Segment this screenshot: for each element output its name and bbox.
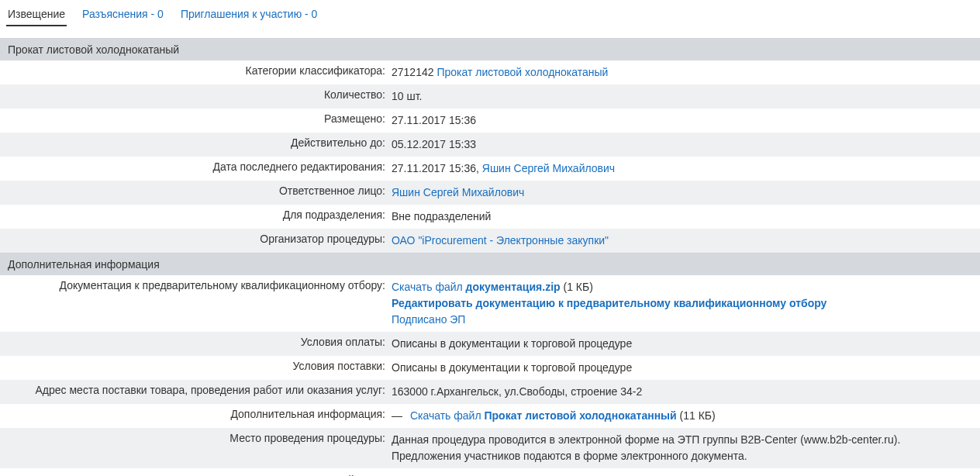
value-quantity: 10 шт.: [392, 88, 972, 105]
label-classifier: Категории классификатора:: [0, 64, 392, 77]
label-organizer: Организатор процедуры:: [0, 233, 392, 245]
value-responsible: Яшин Сергей Михайлович: [392, 185, 972, 201]
row-quantity: Количество: 10 шт.: [0, 85, 980, 109]
additional-dash: —: [392, 409, 402, 422]
classifier-code: 2712142: [392, 66, 434, 78]
label-valid-until: Действительно до:: [0, 136, 392, 149]
row-venue: Место проведения процедуры: Данная проце…: [0, 428, 980, 468]
label-last-edited: Дата последнего редактирования:: [0, 160, 392, 173]
label-address: Адрес места поставки товара, проведения …: [0, 384, 392, 396]
tab-clarifications[interactable]: Разъяснения - 0: [81, 5, 165, 26]
tab-notice[interactable]: Извещение: [6, 5, 67, 26]
row-last-edited: Дата последнего редактирования: 27.11.20…: [0, 157, 980, 181]
additional-filename: Прокат листовой холоднокатанный: [484, 409, 676, 422]
label-additional-info: Дополнительная информация:: [0, 408, 392, 420]
row-responsible: Ответственное лицо: Яшин Сергей Михайлов…: [0, 181, 980, 205]
value-department: Вне подразделений: [392, 209, 972, 225]
value-classifier: 2712142 Прокат листовой холоднокатаный: [392, 64, 972, 81]
tab-invitations[interactable]: Приглашения к участию - 0: [179, 5, 319, 26]
row-department: Для подразделения: Вне подразделений: [0, 205, 980, 229]
label-posted: Размещено:: [0, 112, 392, 125]
last-edited-datetime: 27.11.2017 15:36,: [392, 162, 482, 174]
value-posted: 27.11.2017 15:36: [392, 112, 972, 129]
row-valid-until: Действительно до: 05.12.2017 15:33: [0, 133, 980, 157]
tabs-bar: Извещение Разъяснения - 0 Приглашения к …: [0, 0, 980, 27]
organizer-link[interactable]: ОАО "iProcurement - Электронные закупки": [392, 234, 609, 247]
row-classifier: Категории классификатора: 2712142 Прокат…: [0, 60, 980, 85]
classifier-link[interactable]: Прокат листовой холоднокатаный: [437, 66, 608, 78]
section-header-additional: Дополнительная информация: [0, 253, 980, 275]
label-venue: Место проведения процедуры:: [0, 432, 392, 444]
value-organizer: ОАО "iProcurement - Электронные закупки": [392, 233, 972, 249]
docs-filesize: (1 КБ): [561, 281, 593, 293]
label-responsible: Ответственное лицо:: [0, 185, 392, 197]
signed-ep-link[interactable]: Подписано ЭП: [392, 313, 465, 326]
row-payment: Условия оплаты: Описаны в документации к…: [0, 332, 980, 356]
row-actions: Действия: Редактировать | Удалить | Скоп…: [0, 470, 980, 476]
value-delivery: Описаны в документации к торговой процед…: [392, 360, 972, 376]
value-last-edited: 27.11.2017 15:36, Яшин Сергей Михайлович: [392, 160, 972, 177]
value-additional-info: — Скачать файл Прокат листовой холоднока…: [392, 408, 972, 424]
label-documentation: Документация к предварительному квалифик…: [0, 279, 392, 291]
value-address: 163000 г.Архангельск, ул.Свободы, строен…: [392, 384, 972, 400]
download-filename: документация.zip: [466, 281, 561, 293]
value-payment: Описаны в документации к торговой процед…: [392, 336, 972, 352]
value-valid-until: 05.12.2017 15:33: [392, 136, 972, 153]
label-quantity: Количество:: [0, 88, 392, 101]
additional-filesize: (11 КБ): [677, 409, 716, 422]
value-venue: Данная процедура проводится в электронно…: [392, 432, 972, 464]
row-address: Адрес места поставки товара, проведения …: [0, 380, 980, 404]
section-header-main: Прокат листовой холоднокатаный: [0, 38, 980, 60]
label-delivery: Условия поставки:: [0, 360, 392, 372]
download-docs-link[interactable]: Скачать файл документация.zip: [392, 281, 561, 293]
download-additional-link[interactable]: Скачать файл Прокат листовой холодноката…: [410, 409, 677, 422]
row-documentation: Документация к предварительному квалифик…: [0, 275, 980, 332]
value-documentation: Скачать файл документация.zip (1 КБ) Ред…: [392, 279, 972, 328]
label-department: Для подразделения:: [0, 209, 392, 221]
row-delivery: Условия поставки: Описаны в документации…: [0, 356, 980, 380]
last-edited-person-link[interactable]: Яшин Сергей Михайлович: [482, 162, 615, 174]
label-payment: Условия оплаты:: [0, 336, 392, 348]
additional-download-prefix: Скачать файл: [410, 409, 485, 422]
edit-docs-link[interactable]: Редактировать документацию к предварител…: [392, 297, 826, 309]
row-posted: Размещено: 27.11.2017 15:36: [0, 109, 980, 133]
download-prefix: Скачать файл: [392, 281, 466, 293]
responsible-link[interactable]: Яшин Сергей Михайлович: [392, 186, 524, 198]
row-organizer: Организатор процедуры: ОАО "iProcurement…: [0, 229, 980, 253]
row-additional-info: Дополнительная информация: — Скачать фай…: [0, 404, 980, 428]
main-content: Прокат листовой холоднокатаный Категории…: [0, 38, 980, 476]
